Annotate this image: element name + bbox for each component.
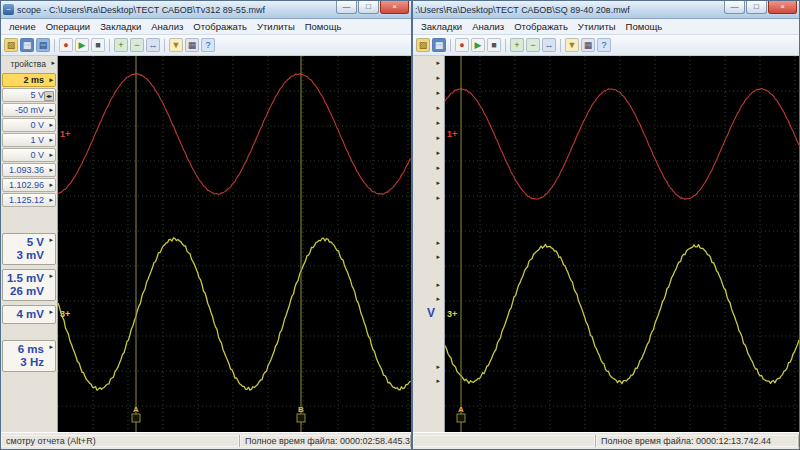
param-row-1-125-12[interactable]: 1.125.12▸ xyxy=(2,193,56,207)
expand-arrow-icon[interactable]: ▸ xyxy=(436,133,440,143)
param-value: 1.093.36 xyxy=(9,165,44,175)
cursors-icon[interactable]: ▼ xyxy=(169,38,183,52)
expand-arrow-icon[interactable]: ▸ xyxy=(436,193,440,203)
expand-arrow-icon[interactable]: ▸ xyxy=(436,238,440,248)
expand-arrow-icon[interactable]: ▸ xyxy=(436,178,440,188)
expand-arrow-icon[interactable]: ▸ xyxy=(436,118,440,128)
expand-arrow-icon[interactable]: ▸ xyxy=(49,195,53,205)
expand-arrow-icon[interactable]: ▸ xyxy=(49,271,53,281)
close-button[interactable]: × xyxy=(768,1,797,14)
toolbar-separator xyxy=(54,39,55,52)
window-content: тройства▸2 ms▸5 V◂▸-50 mV▸0 V▸1 V▸0 V▸1.… xyxy=(1,56,411,432)
panel-header[interactable]: тройства▸ xyxy=(1,57,57,72)
menu-item-отображать[interactable]: Отображать xyxy=(509,20,573,33)
expand-arrow-icon[interactable]: ▸ xyxy=(49,135,53,145)
record-icon[interactable]: ● xyxy=(455,38,469,52)
open-file-icon[interactable]: ▨ xyxy=(4,38,18,52)
expand-arrow-icon[interactable]: ▸ xyxy=(436,280,440,290)
measurement-readout[interactable]: 4 mV▸ xyxy=(2,305,56,324)
param-row-0-v[interactable]: 0 V▸ xyxy=(2,118,56,132)
scope-display[interactable]: AB1+3+ xyxy=(58,56,411,432)
menu-item-анализ[interactable]: Анализ xyxy=(146,20,188,33)
maximize-button[interactable]: □ xyxy=(746,1,767,14)
expand-arrow-icon[interactable]: ▸ xyxy=(436,88,440,98)
grid-icon[interactable]: ▦ xyxy=(581,38,595,52)
stop-icon[interactable]: ■ xyxy=(487,38,501,52)
play-icon[interactable]: ▶ xyxy=(75,38,89,52)
statusbar: Полное время файла: 0000:12:13.742.44 xyxy=(413,432,799,449)
expand-arrow-icon[interactable]: ▸ xyxy=(49,165,53,175)
grid-icon[interactable]: ▦ xyxy=(185,38,199,52)
titlebar[interactable]: ~ scope - C:\Users\Ra\Desktop\ТЕСТ САБОВ… xyxy=(1,1,411,19)
expand-arrow-icon[interactable]: ▸ xyxy=(436,163,440,173)
measurement-readout[interactable]: 6 ms3 Hz▸ xyxy=(2,340,56,372)
minimize-button[interactable]: — xyxy=(336,1,357,14)
expand-arrow-icon[interactable]: ▸ xyxy=(436,148,440,158)
expand-arrow-icon[interactable]: ▸ xyxy=(49,235,53,245)
cursor-b[interactable]: B xyxy=(297,56,305,432)
zoom-out-icon[interactable]: − xyxy=(130,38,144,52)
zoom-in-icon[interactable]: + xyxy=(114,38,128,52)
expand-arrow-icon[interactable]: ▸ xyxy=(49,75,53,85)
expand-arrow-icon[interactable]: ▸ xyxy=(436,376,440,386)
record-icon[interactable]: ● xyxy=(59,38,73,52)
save-file-icon[interactable]: ▦ xyxy=(432,38,446,52)
expand-arrow-icon[interactable]: ▸ xyxy=(49,180,53,190)
close-button[interactable]: × xyxy=(380,1,409,14)
expand-arrow-icon[interactable]: ▸ xyxy=(49,307,53,317)
menu-item-помощь[interactable]: Помощь xyxy=(621,20,668,33)
menu-item-закладки[interactable]: Закладки xyxy=(95,20,146,33)
menu-item-анализ[interactable]: Анализ xyxy=(467,20,509,33)
param-row-5-v[interactable]: 5 V◂▸ xyxy=(2,88,56,102)
value-spinner[interactable]: ◂▸ xyxy=(44,91,54,101)
export-icon[interactable]: ▤ xyxy=(36,38,50,52)
param-row-0-v[interactable]: 0 V▸ xyxy=(2,148,56,162)
expand-arrow-icon[interactable]: ▸ xyxy=(436,73,440,83)
help-icon[interactable]: ? xyxy=(201,38,215,52)
measurement-readout[interactable]: 1.5 mV26 mV▸ xyxy=(2,269,56,301)
expand-arrow-icon[interactable]: ▸ xyxy=(436,252,440,262)
menu-item-закладки[interactable]: Закладки xyxy=(416,20,467,33)
minimize-button[interactable]: — xyxy=(724,1,745,14)
zoom-in-icon[interactable]: + xyxy=(510,38,524,52)
open-file-icon[interactable]: ▨ xyxy=(416,38,430,52)
panel-header-label: тройства xyxy=(11,59,46,69)
expand-arrow-icon[interactable]: ▸ xyxy=(436,103,440,113)
scope-display[interactable]: A1+3+ xyxy=(445,56,799,432)
cursors-icon[interactable]: ▼ xyxy=(565,38,579,52)
cursor-a[interactable]: A xyxy=(457,56,465,432)
zoom-out-icon[interactable]: − xyxy=(526,38,540,52)
expand-arrow-icon[interactable]: ▸ xyxy=(49,105,53,115)
param-row-2-ms[interactable]: 2 ms▸ xyxy=(2,73,56,87)
param-row-50-mv[interactable]: -50 mV▸ xyxy=(2,103,56,117)
help-icon[interactable]: ? xyxy=(597,38,611,52)
maximize-button[interactable]: □ xyxy=(358,1,379,14)
expand-arrow-icon[interactable]: ▸ xyxy=(49,120,53,130)
param-row-1-102-96[interactable]: 1.102.96▸ xyxy=(2,178,56,192)
zoom-fit-icon[interactable]: ↔ xyxy=(542,38,556,52)
expand-arrow-icon[interactable]: ▸ xyxy=(49,342,53,352)
menu-item-отображать[interactable]: Отображать xyxy=(188,20,252,33)
param-row-1-v[interactable]: 1 V▸ xyxy=(2,133,56,147)
collapsed-side-panel: ▸▸▸▸▸▸▸▸▸▸▸▸▸▸▸▸V xyxy=(413,56,445,432)
expand-arrow-icon[interactable]: ▸ xyxy=(51,58,55,68)
expand-arrow-icon[interactable]: ▸ xyxy=(49,150,53,160)
wave-channel-3 xyxy=(58,238,411,391)
menu-item-операции[interactable]: Операции xyxy=(41,20,95,33)
zoom-fit-icon[interactable]: ↔ xyxy=(146,38,160,52)
expand-arrow-icon[interactable]: ▸ xyxy=(436,362,440,372)
cursor-a[interactable]: A xyxy=(132,56,140,432)
menu-item-утилиты[interactable]: Утилиты xyxy=(252,20,300,33)
measurement-readout[interactable]: 5 V3 mV▸ xyxy=(2,233,56,265)
stop-icon[interactable]: ■ xyxy=(91,38,105,52)
menu-item-ление[interactable]: ление xyxy=(4,20,41,33)
expand-arrow-icon[interactable]: ▸ xyxy=(436,58,440,68)
titlebar[interactable]: :\Users\Ra\Desktop\ТЕСТ САБОВ\SQ 89-40 2… xyxy=(413,1,799,19)
save-file-icon[interactable]: ▦ xyxy=(20,38,34,52)
menu-item-утилиты[interactable]: Утилиты xyxy=(573,20,621,33)
play-icon[interactable]: ▶ xyxy=(471,38,485,52)
param-row-1-093-36[interactable]: 1.093.36▸ xyxy=(2,163,56,177)
expand-arrow-icon[interactable]: ▸ xyxy=(436,294,440,304)
menu-item-помощь[interactable]: Помощь xyxy=(300,20,347,33)
readout-value: 3 mV xyxy=(5,249,44,262)
